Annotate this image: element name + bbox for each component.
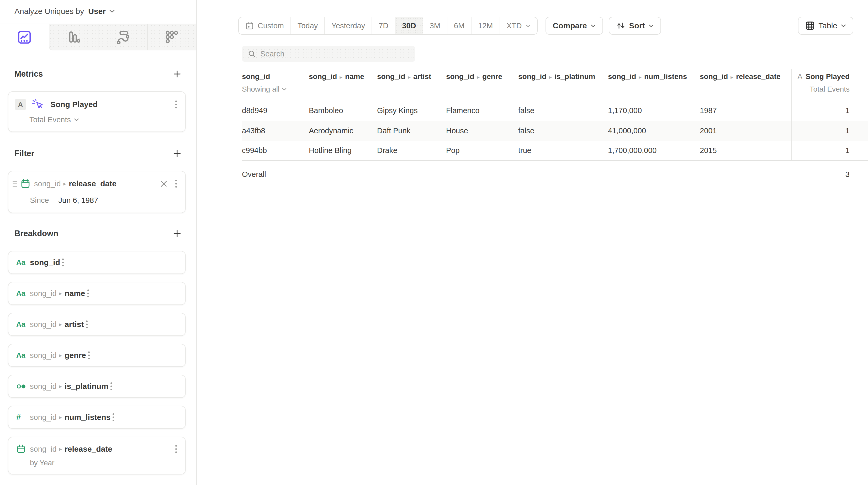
breakdown-card-num-listens[interactable]: # song_id num_listens bbox=[8, 406, 186, 429]
breakdown-kebab-menu[interactable] bbox=[84, 319, 90, 330]
metric-event-name: Song Played bbox=[51, 100, 98, 109]
breakdown-kebab-menu[interactable] bbox=[111, 412, 116, 423]
cell-is-platinum: true bbox=[518, 141, 608, 161]
breakdown-kebab-menu[interactable] bbox=[85, 288, 91, 299]
search-box[interactable] bbox=[242, 46, 415, 62]
cell-song-id: d8d949 bbox=[242, 101, 309, 121]
cell-name: Hotline Bling bbox=[309, 141, 377, 161]
breakdown-prefix: song_id bbox=[30, 413, 57, 422]
column-prefix: song_id bbox=[446, 72, 474, 81]
range-xtd[interactable]: XTD bbox=[500, 17, 537, 34]
drag-handle-icon[interactable] bbox=[12, 181, 18, 187]
range-30d[interactable]: 30D bbox=[395, 17, 423, 34]
range-label: 12M bbox=[478, 22, 493, 30]
range-custom[interactable]: Custom bbox=[239, 17, 290, 34]
column-prefix: song_id bbox=[608, 72, 636, 81]
bar-chart-icon bbox=[66, 30, 81, 44]
range-label: Today bbox=[298, 22, 318, 30]
breadcrumb-caret-icon bbox=[549, 74, 552, 80]
column-header-num-listens[interactable]: song_idnum_listens bbox=[608, 69, 700, 101]
table-row[interactable]: a43fb8 Aerodynamic Daft Punk House false… bbox=[242, 121, 868, 141]
breakdown-property: name bbox=[65, 289, 85, 298]
breadcrumb-caret-icon bbox=[59, 352, 62, 359]
breakdown-kebab-menu[interactable] bbox=[108, 381, 114, 392]
tab-insights[interactable] bbox=[0, 24, 49, 51]
metric-kebab-menu[interactable] bbox=[173, 99, 179, 110]
column-header-song-id[interactable]: song_id Showing all bbox=[242, 69, 309, 101]
overall-label: Overall bbox=[242, 161, 792, 188]
breakdown-title: Breakdown bbox=[14, 229, 58, 238]
filter-value[interactable]: Jun 6, 1987 bbox=[59, 196, 98, 205]
cell-song-id: c994bb bbox=[242, 141, 309, 161]
event-click-icon bbox=[32, 98, 44, 111]
cell-genre: Flamenco bbox=[446, 101, 518, 121]
cell-is-platinum: false bbox=[518, 121, 608, 141]
range-today[interactable]: Today bbox=[290, 17, 324, 34]
view-type-label: Table bbox=[818, 21, 837, 30]
analyze-entity-dropdown[interactable]: User bbox=[88, 7, 106, 16]
range-label: XTD bbox=[507, 22, 522, 30]
range-6m[interactable]: 6M bbox=[447, 17, 471, 34]
filter-operator-dropdown[interactable]: Since bbox=[30, 196, 49, 205]
breakdown-prefix: song_id bbox=[30, 445, 57, 454]
report-toolbar: Custom Today Yesterday 7D 30D 3M 6M 12M … bbox=[238, 17, 853, 35]
overall-row: Overall 3 bbox=[242, 161, 868, 188]
chevron-down-icon bbox=[74, 118, 79, 121]
filter-kebab-menu[interactable] bbox=[173, 178, 179, 189]
breakdown-prefix: song_id bbox=[30, 320, 57, 329]
breakdown-kebab-menu[interactable] bbox=[60, 257, 66, 268]
add-breakdown-button[interactable] bbox=[173, 229, 182, 238]
sort-button[interactable]: Sort bbox=[609, 17, 661, 35]
add-metric-button[interactable] bbox=[173, 69, 182, 79]
breakdown-kebab-menu[interactable] bbox=[86, 350, 92, 361]
column-header-genre[interactable]: song_idgenre bbox=[446, 69, 518, 101]
metric-aggregation-label: Total Events bbox=[29, 116, 71, 124]
range-label: Custom bbox=[258, 22, 284, 30]
date-property-icon bbox=[21, 179, 34, 189]
breakdown-property: release_date bbox=[65, 445, 112, 454]
breadcrumb-caret-icon bbox=[408, 74, 411, 80]
filter-card[interactable]: song_id release_date Since Jun 6, 1987 bbox=[8, 171, 186, 213]
cell-genre: House bbox=[446, 121, 518, 141]
breakdown-card-name[interactable]: Aa song_id name bbox=[8, 282, 186, 305]
breadcrumb-caret-icon bbox=[340, 74, 342, 80]
table-row[interactable]: c994bb Hotline Bling Drake Pop true 1,70… bbox=[242, 141, 868, 161]
breakdown-card-release-date[interactable]: song_id release_date by Year bbox=[8, 437, 186, 475]
metric-aggregation-dropdown[interactable]: Total Events bbox=[29, 116, 179, 124]
tab-retention[interactable] bbox=[147, 24, 196, 51]
range-3m[interactable]: 3M bbox=[423, 17, 447, 34]
column-header-name[interactable]: song_idname bbox=[309, 69, 377, 101]
calendar-icon bbox=[245, 22, 254, 30]
text-property-icon: Aa bbox=[16, 290, 30, 298]
breakdown-card-song-id[interactable]: Aa song_id bbox=[8, 251, 186, 274]
breakdown-bucket-dropdown[interactable]: by Year bbox=[30, 459, 179, 467]
tab-bar-chart[interactable] bbox=[49, 24, 98, 51]
breakdown-kebab-menu[interactable] bbox=[173, 444, 179, 455]
breakdown-card-artist[interactable]: Aa song_id artist bbox=[8, 313, 186, 336]
column-header-release-date[interactable]: song_idrelease_date bbox=[700, 69, 792, 101]
range-yesterday[interactable]: Yesterday bbox=[324, 17, 372, 34]
sort-arrows-icon bbox=[616, 22, 625, 30]
filter-section-header: Filter bbox=[14, 149, 182, 158]
breadcrumb-caret-icon bbox=[59, 321, 62, 328]
column-header-metric[interactable]: ASong Played Total Events bbox=[792, 69, 868, 101]
metric-letter: A bbox=[798, 72, 802, 81]
breakdown-property: is_platinum bbox=[65, 382, 108, 391]
metric-card[interactable]: A Song Played Total Events bbox=[8, 91, 186, 132]
remove-filter-icon[interactable] bbox=[160, 180, 167, 187]
breakdown-property: artist bbox=[65, 320, 84, 329]
column-header-is-platinum[interactable]: song_idis_platinum bbox=[518, 69, 608, 101]
range-12m[interactable]: 12M bbox=[471, 17, 499, 34]
showing-all-dropdown[interactable]: Showing all bbox=[242, 85, 304, 93]
view-type-button[interactable]: Table bbox=[798, 17, 853, 35]
range-7d[interactable]: 7D bbox=[372, 17, 395, 34]
breakdown-card-genre[interactable]: Aa song_id genre bbox=[8, 344, 186, 367]
add-filter-button[interactable] bbox=[173, 149, 182, 158]
table-row[interactable]: d8d949 Bamboleo Gipsy Kings Flamenco fal… bbox=[242, 101, 868, 121]
column-header-artist[interactable]: song_idartist bbox=[377, 69, 446, 101]
column-prefix: song_id bbox=[518, 72, 546, 81]
search-input[interactable] bbox=[260, 50, 409, 58]
tab-flows[interactable] bbox=[98, 24, 147, 51]
compare-button[interactable]: Compare bbox=[546, 17, 603, 35]
breakdown-card-is-platinum[interactable]: song_id is_platinum bbox=[8, 375, 186, 398]
